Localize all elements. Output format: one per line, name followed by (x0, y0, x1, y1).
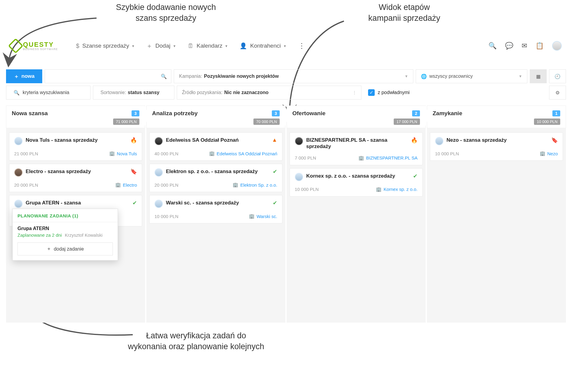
card-company-link[interactable]: 🏢Nova Tuls (109, 151, 137, 156)
card-company-link[interactable]: 🏢Nezo (540, 151, 558, 156)
opportunity-card[interactable]: Nezo - szansa sprzedaży 🔖 10 000 PLN 🏢Ne… (430, 132, 563, 161)
column-count: 3 (272, 110, 280, 116)
column-count: 2 (412, 110, 420, 116)
globe-icon: 🌐 (421, 74, 427, 79)
search-field[interactable] (49, 74, 161, 79)
logo-subtitle: BUSINESS SOFTWARE (23, 48, 58, 51)
bookmark-icon: 🔖 (551, 137, 558, 144)
with-subordinates-checkbox[interactable]: ✓ z podwładnymi (364, 86, 547, 100)
warning-icon: ▲ (272, 137, 277, 143)
check-icon: ✔ (273, 168, 277, 175)
nav-add[interactable]: ＋ Dodaj ▾ (146, 42, 176, 50)
card-company-link[interactable]: 🏢BIZNESPARTNER.PL SA (358, 155, 418, 161)
column-header[interactable]: Nowa szansa 3 71 000 PLN (6, 106, 145, 128)
logo[interactable]: QUESTY BUSINESS SOFTWARE (10, 40, 58, 51)
card-title: Kornex sp. z o.o. - szansa sprzedaży (306, 173, 410, 179)
logo-icon (8, 38, 24, 54)
settings-button[interactable]: ⚙ (549, 86, 566, 100)
task-when: Zaplanowane za 2 dni (17, 232, 62, 238)
bookmark-icon: 🔖 (130, 168, 137, 175)
column-title: Analiza potrzeby (152, 110, 198, 117)
card-title: Grupa ATERN - szansa (26, 200, 129, 206)
grid-icon: ▦ (536, 74, 541, 79)
column-closing: Zamykanie 1 10 000 PLN Nezo - szansa spr… (427, 106, 566, 323)
column-offering: Ofertowanie 2 17 000 PLN BIZNESPARTNER.P… (287, 106, 426, 323)
nav-more[interactable]: ⋮ (298, 42, 305, 50)
filter-bar: ＋ nowa 🔍 Kampania: Pozyskiwanie nowych p… (6, 69, 566, 100)
column-header[interactable]: Zamykanie 1 10 000 PLN (427, 106, 566, 128)
add-task-label: dodaj zadanie (54, 246, 84, 252)
nav-calendar-label: Kalendarz (197, 43, 223, 49)
criteria-label: kryteria wyszukiwania (23, 90, 69, 95)
chat-icon[interactable]: 💬 (505, 42, 513, 50)
mail-icon[interactable]: ✉ (522, 42, 527, 50)
avatar-icon (435, 137, 443, 145)
building-icon: 🏢 (209, 151, 215, 156)
card-company-link[interactable]: 🏢Kornex sp. z o.o. (376, 187, 418, 192)
building-icon: 🏢 (115, 182, 121, 188)
campaign-select[interactable]: Kampania: Pozyskiwanie nowych projektów … (174, 69, 413, 83)
card-title: Elektron sp. z o.o. - szansa sprzedaży (166, 168, 270, 175)
add-task-button[interactable]: ＋dodaj zadanie (17, 242, 113, 255)
card-amount: 10 000 PLN (154, 214, 178, 219)
topbar-actions: 🔍 💬 ✉ 📋 (488, 41, 562, 51)
chevron-down-icon: ▾ (173, 44, 176, 48)
card-company-link[interactable]: 🏢Edelweiss SA Oddział Poznań (209, 151, 277, 156)
user-avatar[interactable] (552, 41, 562, 51)
opportunity-card[interactable]: Kornex sp. z o.o. - szansa sprzedaży ✔ 1… (290, 168, 423, 197)
criteria-button[interactable]: 🔍 kryteria wyszukiwania (6, 86, 91, 100)
with-sub-label: z podwładnymi (378, 90, 410, 95)
building-icon: 🏢 (233, 182, 238, 188)
card-company-link[interactable]: 🏢Electro (115, 182, 137, 188)
nav-add-label: Dodaj (155, 43, 170, 49)
column-analysis: Analiza potrzeby 3 70 000 PLN Edelweiss … (146, 106, 285, 323)
task-owner: Krzysztof Kowalski (65, 232, 103, 238)
nav-opportunities[interactable]: $ Szanse sprzedaży ▾ (76, 43, 134, 49)
sort-select[interactable]: Sortowanie: status szansy (93, 86, 174, 100)
column-header[interactable]: Analiza potrzeby 3 70 000 PLN (146, 106, 285, 128)
column-count: 1 (552, 110, 560, 116)
employee-select[interactable]: 🌐 wszyscy pracownicy ▼ (416, 69, 527, 83)
new-button[interactable]: ＋ nowa (6, 69, 42, 83)
campaign-label: Kampania: (179, 74, 202, 79)
column-title: Ofertowanie (292, 110, 326, 117)
search-input[interactable]: 🔍 (45, 69, 171, 83)
nav-calendar[interactable]: 🗓 Kalendarz ▾ (188, 43, 228, 49)
dollar-icon: $ (76, 43, 79, 49)
card-amount: 7 000 PLN (295, 155, 316, 160)
checkbox-checked-icon: ✓ (368, 89, 375, 96)
nav-contractors[interactable]: 👤 Kontrahenci ▾ (240, 42, 286, 49)
opportunity-card[interactable]: Edelweiss SA Oddział Poznań ▲ 40 000 PLN… (149, 132, 282, 161)
kanban-board: Nowa szansa 3 71 000 PLN Nova Tuls - sza… (6, 106, 566, 323)
avatar-icon (14, 137, 23, 145)
task-title: Grupa ATERN (17, 226, 113, 231)
clipboard-icon[interactable]: 📋 (535, 42, 544, 50)
opportunity-card[interactable]: Elektron sp. z o.o. - szansa sprzedaży ✔… (149, 164, 282, 192)
column-title: Zamykanie (433, 110, 462, 117)
card-company-link[interactable]: 🏢Warski sc. (249, 213, 277, 219)
opportunity-card[interactable]: Electro - szansa sprzedaży 🔖 20 000 PLN … (9, 164, 142, 192)
opportunity-card[interactable]: Nova Tuls - szansa sprzedaży 🔥 21 000 PL… (9, 132, 142, 161)
view-history-button[interactable]: 🕘 (549, 69, 566, 83)
source-select[interactable]: Źródło pozyskania: Nic nie zaznaczono ⋮ (177, 86, 361, 100)
column-header[interactable]: Ofertowanie 2 17 000 PLN (287, 106, 426, 128)
search-icon[interactable]: 🔍 (488, 42, 497, 50)
card-title: BIZNESPARTNER.PL SA - szansa sprzedaży (306, 137, 408, 150)
card-amount: 21 000 PLN (14, 151, 38, 156)
column-title: Nowa szansa (12, 110, 48, 117)
source-label: Źródło pozyskania: (182, 90, 222, 95)
annotation-tasks: Łatwa weryfikacja zadań dowykonania oraz… (112, 330, 281, 352)
opportunity-card[interactable]: BIZNESPARTNER.PL SA - szansa sprzedaży 🔥… (290, 132, 423, 165)
column-count: 3 (132, 110, 139, 116)
chevron-down-icon: ▾ (132, 44, 134, 48)
card-title: Warski sc. - szansa sprzedaży (166, 200, 270, 206)
new-button-label: nowa (21, 73, 34, 79)
card-company-link[interactable]: 🏢Elektron Sp. z o.o. (233, 182, 277, 188)
building-icon: 🏢 (540, 151, 545, 156)
view-kanban-button[interactable]: ▦ (530, 69, 547, 83)
building-icon: 🏢 (109, 151, 115, 156)
source-value: Nic nie zaznaczono (224, 90, 269, 95)
opportunity-card[interactable]: Warski sc. - szansa sprzedaży ✔ 10 000 P… (149, 195, 282, 223)
card-title: Electro - szansa sprzedaży (26, 168, 127, 175)
opportunity-card[interactable]: Grupa ATERN - szansa ✔ PLANOWANE ZADANIA… (9, 195, 142, 226)
